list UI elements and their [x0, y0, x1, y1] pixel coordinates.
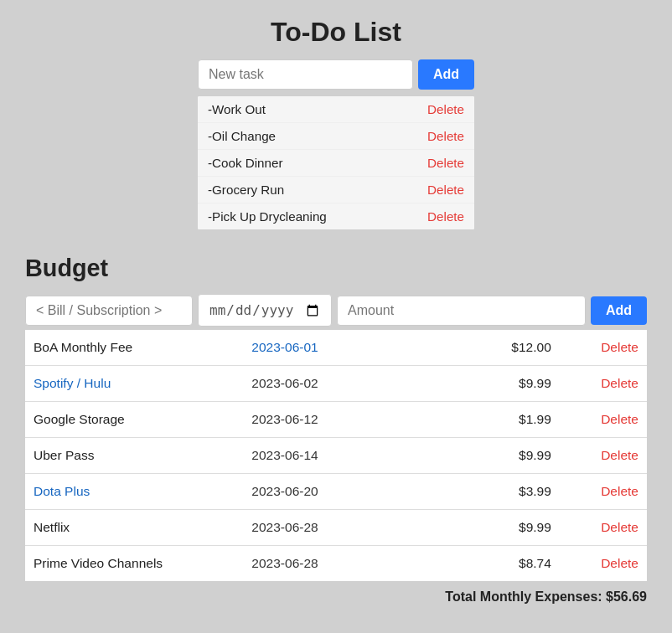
budget-delete-button[interactable]: Delete — [601, 448, 638, 463]
todo-item: -Grocery RunDelete — [198, 177, 474, 203]
budget-row: BoA Monthly Fee2023-06-01$12.00Delete — [25, 330, 647, 366]
todo-delete-button[interactable]: Delete — [427, 129, 464, 143]
budget-row: Prime Video Channels2023-06-28$8.74Delet… — [25, 546, 647, 582]
budget-row-date: 2023-06-01 — [243, 330, 417, 366]
todo-item: -Pick Up DrycleaningDelete — [198, 203, 474, 229]
budget-table: BoA Monthly Fee2023-06-01$12.00DeleteSpo… — [25, 330, 647, 581]
budget-row-date: 2023-06-20 — [243, 474, 417, 510]
budget-input-row: Add — [25, 294, 647, 327]
todo-item-text: -Cook Dinner — [208, 156, 282, 170]
todo-item-text: -Work Out — [208, 102, 266, 116]
todo-item: -Cook DinnerDelete — [198, 150, 474, 177]
todo-delete-button[interactable]: Delete — [427, 102, 464, 116]
budget-delete-button[interactable]: Delete — [601, 340, 638, 355]
budget-amount-input[interactable] — [337, 296, 586, 326]
budget-section: Budget Add BoA Monthly Fee2023-06-01$12.… — [25, 255, 647, 608]
budget-row-amount: $9.99 — [418, 510, 560, 546]
todo-item-text: -Oil Change — [208, 129, 276, 143]
budget-row: Dota Plus2023-06-20$3.99Delete — [25, 474, 647, 510]
budget-row-name: Prime Video Channels — [25, 546, 243, 582]
budget-row-amount: $1.99 — [418, 402, 560, 438]
todo-delete-button[interactable]: Delete — [427, 156, 464, 170]
budget-row-date: 2023-06-28 — [243, 546, 417, 582]
budget-row-amount: $3.99 — [418, 474, 560, 510]
budget-row-date: 2023-06-12 — [243, 402, 417, 438]
budget-row: Uber Pass2023-06-14$9.99Delete — [25, 438, 647, 474]
budget-row-delete-cell: Delete — [560, 330, 647, 366]
todo-add-button[interactable]: Add — [418, 59, 474, 90]
budget-row-date: 2023-06-02 — [243, 366, 417, 402]
bill-subscription-input[interactable] — [25, 296, 193, 326]
budget-delete-button[interactable]: Delete — [601, 520, 638, 535]
budget-row-delete-cell: Delete — [560, 474, 647, 510]
budget-row-delete-cell: Delete — [560, 402, 647, 438]
todo-title: To-Do List — [271, 17, 401, 48]
budget-row: Netflix2023-06-28$9.99Delete — [25, 510, 647, 546]
todo-list: -Work OutDelete-Oil ChangeDelete-Cook Di… — [198, 96, 474, 229]
budget-delete-button[interactable]: Delete — [601, 376, 638, 391]
budget-row-name: BoA Monthly Fee — [25, 330, 243, 366]
new-task-input[interactable] — [198, 59, 413, 90]
budget-row-name: Netflix — [25, 510, 243, 546]
budget-row: Google Storage2023-06-12$1.99Delete — [25, 402, 647, 438]
budget-date-input[interactable] — [198, 294, 332, 327]
budget-title: Budget — [25, 255, 647, 282]
budget-delete-button[interactable]: Delete — [601, 556, 638, 571]
budget-delete-button[interactable]: Delete — [601, 412, 638, 427]
todo-item: -Work OutDelete — [198, 96, 474, 123]
budget-row-date: 2023-06-28 — [243, 510, 417, 546]
budget-delete-button[interactable]: Delete — [601, 484, 638, 499]
budget-row-delete-cell: Delete — [560, 366, 647, 402]
todo-section: To-Do List Add -Work OutDelete-Oil Chang… — [25, 17, 647, 229]
todo-item-text: -Grocery Run — [208, 183, 284, 197]
budget-add-button[interactable]: Add — [591, 296, 647, 325]
budget-row: Spotify / Hulu2023-06-02$9.99Delete — [25, 366, 647, 402]
budget-row-delete-cell: Delete — [560, 510, 647, 546]
budget-row-delete-cell: Delete — [560, 546, 647, 582]
todo-item-text: -Pick Up Drycleaning — [208, 209, 327, 224]
budget-row-name: Dota Plus — [25, 474, 243, 510]
budget-row-amount: $9.99 — [418, 366, 560, 402]
todo-delete-button[interactable]: Delete — [427, 209, 464, 224]
total-row: Total Monthly Expenses: $56.69 — [25, 581, 647, 608]
todo-item: -Oil ChangeDelete — [198, 123, 474, 150]
todo-input-row: Add — [198, 59, 474, 90]
budget-row-amount: $12.00 — [418, 330, 560, 366]
todo-delete-button[interactable]: Delete — [427, 183, 464, 197]
budget-row-amount: $8.74 — [418, 546, 560, 582]
budget-row-name: Google Storage — [25, 402, 243, 438]
budget-row-name: Spotify / Hulu — [25, 366, 243, 402]
budget-row-date: 2023-06-14 — [243, 438, 417, 474]
budget-row-delete-cell: Delete — [560, 438, 647, 474]
budget-row-name: Uber Pass — [25, 438, 243, 474]
budget-row-amount: $9.99 — [418, 438, 560, 474]
